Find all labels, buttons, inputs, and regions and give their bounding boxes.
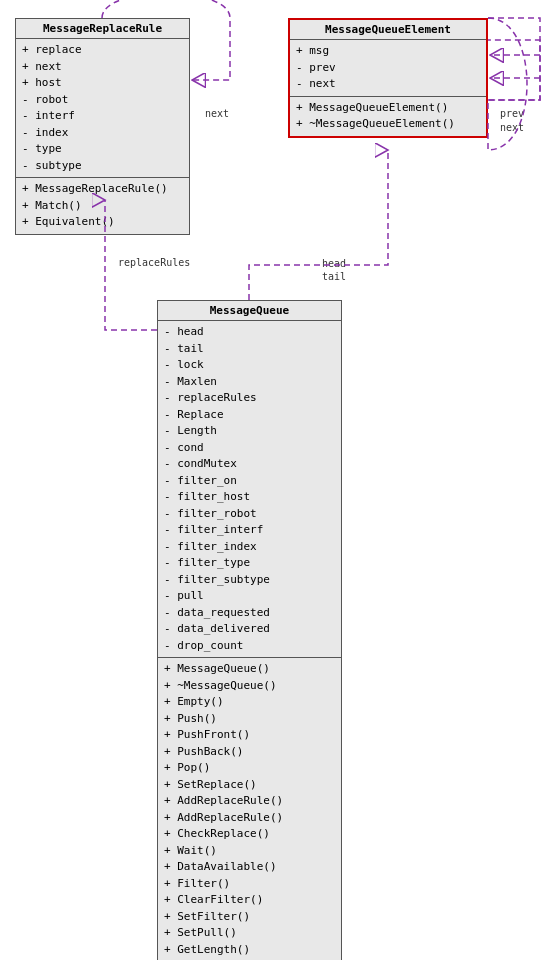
attr-line: - robot xyxy=(22,92,183,109)
attr-line: - cond xyxy=(164,440,335,457)
message-replace-rule-title: MessageReplaceRule xyxy=(16,19,189,39)
attr-line: - head xyxy=(164,324,335,341)
method-line: + AddReplaceRule() xyxy=(164,793,335,810)
method-line: + Empty() xyxy=(164,694,335,711)
method-line: + Wait() xyxy=(164,843,335,860)
message-queue-title: MessageQueue xyxy=(158,301,341,321)
attr-line: - interf xyxy=(22,108,183,125)
attr-line: + replace xyxy=(22,42,183,59)
method-line: + Push() xyxy=(164,711,335,728)
attr-line: - filter_subtype xyxy=(164,572,335,589)
attr-line: + host xyxy=(22,75,183,92)
message-replace-rule-attributes: + replace + next + host - robot - interf… xyxy=(16,39,189,178)
attr-line: - next xyxy=(296,76,480,93)
message-queue-element-title: MessageQueueElement xyxy=(290,20,486,40)
message-queue-element-methods: + MessageQueueElement() + ~MessageQueueE… xyxy=(290,97,486,136)
method-line: + ~MessageQueueElement() xyxy=(296,116,480,133)
head-label: head xyxy=(322,258,346,269)
method-line: + ~MessageQueue() xyxy=(164,678,335,695)
mqe-right-loop xyxy=(488,18,540,100)
method-line: + SetPull() xyxy=(164,925,335,942)
message-replace-rule-box: MessageReplaceRule + replace + next + ho… xyxy=(15,18,190,235)
message-replace-rule-methods: + MessageReplaceRule() + Match() + Equiv… xyxy=(16,178,189,234)
tail-label: tail xyxy=(322,271,346,282)
attr-line: - filter_host xyxy=(164,489,335,506)
attr-line: - subtype xyxy=(22,158,183,175)
attr-line: - pull xyxy=(164,588,335,605)
attr-line: - data_requested xyxy=(164,605,335,622)
diagram-container: MessageReplaceRule + replace + next + ho… xyxy=(0,0,552,960)
message-queue-methods: + MessageQueue() + ~MessageQueue() + Emp… xyxy=(158,658,341,960)
method-line: + DataAvailable() xyxy=(164,859,335,876)
prev-right-label: prev xyxy=(500,108,524,119)
method-line: + SetFilter() xyxy=(164,909,335,926)
message-queue-box: MessageQueue - head - tail - lock - Maxl… xyxy=(157,300,342,960)
method-line: + MessageQueue() xyxy=(164,661,335,678)
attr-line: - replaceRules xyxy=(164,390,335,407)
method-line: + Pop() xyxy=(164,760,335,777)
message-queue-element-attributes: + msg - prev - next xyxy=(290,40,486,97)
method-line: + Match() xyxy=(22,198,183,215)
method-line: + PushBack() xyxy=(164,744,335,761)
method-line: + MessageQueueElement() xyxy=(296,100,480,117)
method-line: + CheckReplace() xyxy=(164,826,335,843)
head-tail-arrow xyxy=(249,150,388,300)
method-line: + Filter() xyxy=(164,876,335,893)
method-line: + ClearFilter() xyxy=(164,892,335,909)
attr-line: - Length xyxy=(164,423,335,440)
method-line: + Equivalent() xyxy=(22,214,183,231)
next-right-label: next xyxy=(500,122,524,133)
attr-line: - lock xyxy=(164,357,335,374)
attr-line: - filter_index xyxy=(164,539,335,556)
method-line: + AddReplaceRule() xyxy=(164,810,335,827)
attr-line: - prev xyxy=(296,60,480,77)
method-line: + GetLength() xyxy=(164,942,335,959)
attr-line: - index xyxy=(22,125,183,142)
method-line: + SetReplace() xyxy=(164,777,335,794)
message-queue-attributes: - head - tail - lock - Maxlen - replaceR… xyxy=(158,321,341,658)
attr-line: - filter_on xyxy=(164,473,335,490)
method-line: + PushFront() xyxy=(164,727,335,744)
attr-line: - Replace xyxy=(164,407,335,424)
attr-line: - drop_count xyxy=(164,638,335,655)
attr-line: - condMutex xyxy=(164,456,335,473)
attr-line: - tail xyxy=(164,341,335,358)
message-queue-element-box: MessageQueueElement + msg - prev - next … xyxy=(288,18,488,138)
attr-line: - filter_robot xyxy=(164,506,335,523)
method-line: + MessageReplaceRule() xyxy=(22,181,183,198)
attr-line: + msg xyxy=(296,43,480,60)
attr-line: - filter_interf xyxy=(164,522,335,539)
attr-line: - type xyxy=(22,141,183,158)
attr-line: + next xyxy=(22,59,183,76)
attr-line: - data_delivered xyxy=(164,621,335,638)
attr-line: - filter_type xyxy=(164,555,335,572)
attr-line: - Maxlen xyxy=(164,374,335,391)
replace-rules-label: replaceRules xyxy=(118,257,190,268)
next-label: next xyxy=(205,108,229,119)
